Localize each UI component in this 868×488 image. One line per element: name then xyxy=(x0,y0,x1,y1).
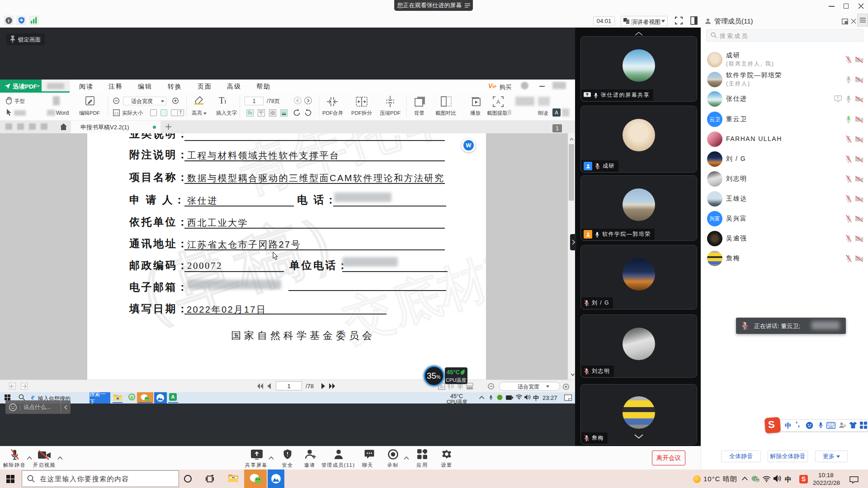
svg-text:1:1: 1:1 xyxy=(114,112,119,115)
svg-text:A: A xyxy=(496,99,500,105)
